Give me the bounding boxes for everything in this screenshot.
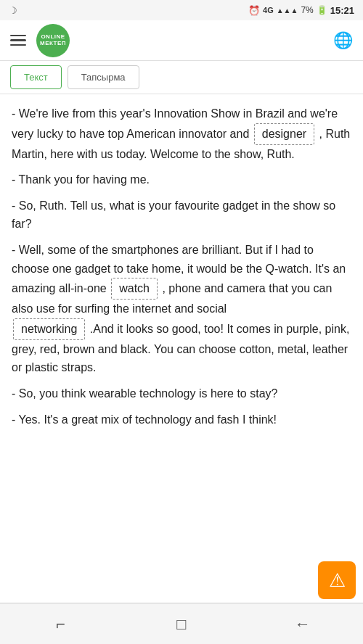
signal-text: 4G	[263, 6, 274, 15]
clock-time: 15:21	[330, 5, 354, 16]
tab-text[interactable]: Текст	[10, 65, 62, 89]
paragraph-2: - Thank you for having me.	[12, 170, 351, 189]
signal-bars-icon: ▲▲▲	[277, 7, 298, 15]
warning-triangle-icon: ⚠	[329, 569, 346, 592]
content-area: - We're live from this year's Innovation…	[0, 94, 363, 602]
status-bar: ☽ ⏰ 4G ▲▲▲ 7% 🔋 15:21	[0, 0, 363, 20]
paragraph-4: - Well, some of the smartphones are bril…	[12, 241, 351, 377]
warning-button[interactable]: ⚠	[318, 561, 356, 599]
moon-icon: ☽	[9, 5, 17, 16]
hamburger-line	[10, 35, 26, 37]
hamburger-line	[10, 44, 26, 46]
paragraph-5: - So, you think wearable technology is h…	[12, 384, 351, 403]
highlight-designer: designer	[254, 123, 314, 145]
hamburger-menu[interactable]	[10, 35, 26, 46]
nav-home-square[interactable]: □	[160, 610, 203, 639]
tab-task[interactable]: Тапсырма	[68, 65, 139, 89]
nav-back-square[interactable]: ⌐	[38, 610, 82, 639]
hamburger-line	[10, 39, 26, 41]
alarm-icon: ⏰	[248, 5, 260, 16]
battery-percent: 7%	[301, 5, 313, 15]
paragraph-3: - So, Ruth. Tell us, what is your favour…	[12, 197, 351, 234]
logo-text-bottom: МЕКТЕП	[40, 41, 66, 47]
paragraph-1: - We're live from this year's Innovation…	[12, 104, 351, 163]
navbar: ONLINE МЕКТЕП 🌐	[0, 20, 363, 61]
tabs-bar: Текст Тапсырма	[0, 61, 363, 94]
bottom-nav: ⌐ □ ←	[0, 603, 363, 644]
paragraph-6: - Yes. It's a great mix of technology an…	[12, 410, 351, 429]
highlight-watch: watch	[111, 278, 158, 300]
globe-icon[interactable]: 🌐	[333, 31, 353, 50]
status-right-icons: ⏰ 4G ▲▲▲ 7% 🔋 15:21	[248, 5, 354, 16]
logo: ONLINE МЕКТЕП	[36, 24, 70, 57]
highlight-networking: networking	[13, 318, 85, 340]
battery-icon: 🔋	[317, 5, 327, 15]
nav-back-arrow[interactable]: ←	[281, 610, 325, 639]
status-left-icons: ☽	[9, 5, 17, 16]
